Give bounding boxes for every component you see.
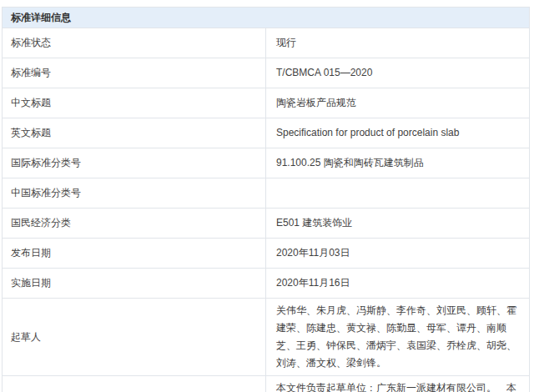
table-row: 中文标题 陶瓷岩板产品规范 <box>3 88 530 118</box>
row-label: 标准状态 <box>3 28 266 58</box>
row-label: 中国标准分类号 <box>3 178 266 209</box>
row-value: 91.100.25 陶瓷和陶砖瓦建筑制品 <box>266 148 530 178</box>
table-row: 中国标准分类号 <box>3 178 530 209</box>
table-row: 英文标题 Specification for product of porcel… <box>3 118 530 148</box>
standard-detail-table: 标准详细信息 标准状态 现行 标准编号 T/CBMCA 015—2020 中文标… <box>2 7 530 392</box>
row-label: 发布日期 <box>3 239 266 269</box>
table-row: 国际标准分类号 91.100.25 陶瓷和陶砖瓦建筑制品 <box>3 148 530 178</box>
row-label: 实施日期 <box>3 269 266 299</box>
table-row: 实施日期 2020年11月16日 <box>3 269 530 299</box>
row-label: 起草单位 <box>3 376 266 392</box>
table-row: 国民经济分类 E501 建筑装饰业 <box>3 209 530 239</box>
row-value: 关伟华、朱月虎、冯斯静、李作奇、刘亚民、顾轩、霍建荣、陈建忠、黄文禄、陈勤显、母… <box>266 299 530 376</box>
row-value: Specification for product of porcelain s… <box>266 118 530 148</box>
table-row: 标准编号 T/CBMCA 015—2020 <box>3 58 530 88</box>
row-label: 标准编号 <box>3 58 266 88</box>
standard-table-body: 标准状态 现行 标准编号 T/CBMCA 015—2020 中文标题 陶瓷岩板产… <box>3 28 530 392</box>
table-row: 起草人 关伟华、朱月虎、冯斯静、李作奇、刘亚民、顾轩、霍建荣、陈建忠、黄文禄、陈… <box>3 299 530 376</box>
row-value: T/CBMCA 015—2020 <box>266 58 530 88</box>
page-title: 标准详细信息 <box>3 8 530 28</box>
row-label: 国际标准分类号 <box>3 148 266 178</box>
row-value: 现行 <box>266 28 530 58</box>
row-label: 起草人 <box>3 299 266 376</box>
table-row: 标准状态 现行 <box>3 28 530 58</box>
row-label: 中文标题 <box>3 88 266 118</box>
standard-detail-page: 标准详细信息 标准状态 现行 标准编号 T/CBMCA 015—2020 中文标… <box>0 0 534 392</box>
standard-detail-table-wrap: 标准详细信息 标准状态 现行 标准编号 T/CBMCA 015—2020 中文标… <box>2 7 530 392</box>
table-row: 发布日期 2020年11月03日 <box>3 239 530 269</box>
row-value: E501 建筑装饰业 <box>266 209 530 239</box>
row-value: 本文件负责起草单位：广东新一派建材有限公司。 本文件参加起草单位：佛山市高明贝斯… <box>266 376 530 392</box>
table-header-row: 标准详细信息 <box>3 8 530 28</box>
table-row: 起草单位 本文件负责起草单位：广东新一派建材有限公司。 本文件参加起草单位：佛山… <box>3 376 530 392</box>
row-label: 国民经济分类 <box>3 209 266 239</box>
row-value: 2020年11月16日 <box>266 269 530 299</box>
row-value <box>266 178 530 209</box>
row-value: 2020年11月03日 <box>266 239 530 269</box>
row-value: 陶瓷岩板产品规范 <box>266 88 530 118</box>
row-label: 英文标题 <box>3 118 266 148</box>
